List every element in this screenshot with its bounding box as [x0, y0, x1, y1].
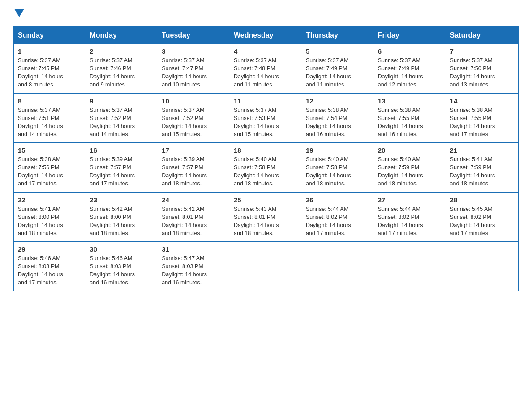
logo-triangle-icon — [14, 9, 24, 17]
calendar-cell — [230, 241, 302, 291]
calendar-cell: 31 Sunrise: 5:47 AMSunset: 8:03 PMDaylig… — [158, 241, 230, 291]
svg-marker-0 — [14, 9, 24, 17]
day-info: Sunrise: 5:44 AMSunset: 8:02 PMDaylight:… — [306, 206, 351, 236]
calendar-cell: 3 Sunrise: 5:37 AMSunset: 7:47 PMDayligh… — [158, 44, 230, 93]
day-info: Sunrise: 5:38 AMSunset: 7:55 PMDaylight:… — [378, 107, 423, 137]
day-info: Sunrise: 5:37 AMSunset: 7:52 PMDaylight:… — [90, 107, 135, 137]
calendar-week-row: 8 Sunrise: 5:37 AMSunset: 7:51 PMDayligh… — [14, 93, 518, 143]
day-number: 28 — [450, 196, 514, 204]
column-header-tuesday: Tuesday — [158, 26, 230, 44]
calendar-week-row: 22 Sunrise: 5:41 AMSunset: 8:00 PMDaylig… — [14, 192, 518, 242]
day-number: 29 — [18, 245, 82, 253]
calendar-cell: 1 Sunrise: 5:37 AMSunset: 7:45 PMDayligh… — [14, 44, 86, 93]
day-info: Sunrise: 5:37 AMSunset: 7:50 PMDaylight:… — [450, 57, 495, 88]
day-info: Sunrise: 5:37 AMSunset: 7:52 PMDaylight:… — [162, 107, 207, 137]
day-info: Sunrise: 5:37 AMSunset: 7:48 PMDaylight:… — [234, 57, 279, 88]
calendar-cell: 30 Sunrise: 5:46 AMSunset: 8:03 PMDaylig… — [86, 241, 158, 291]
day-number: 24 — [162, 196, 226, 204]
calendar-cell: 16 Sunrise: 5:39 AMSunset: 7:57 PMDaylig… — [86, 142, 158, 192]
calendar-cell: 18 Sunrise: 5:40 AMSunset: 7:58 PMDaylig… — [230, 142, 302, 192]
calendar-cell: 7 Sunrise: 5:37 AMSunset: 7:50 PMDayligh… — [446, 44, 518, 93]
day-number: 11 — [234, 97, 298, 105]
day-info: Sunrise: 5:46 AMSunset: 8:03 PMDaylight:… — [18, 255, 63, 286]
calendar-cell: 9 Sunrise: 5:37 AMSunset: 7:52 PMDayligh… — [86, 93, 158, 143]
day-info: Sunrise: 5:45 AMSunset: 8:02 PMDaylight:… — [450, 206, 495, 236]
day-info: Sunrise: 5:38 AMSunset: 7:56 PMDaylight:… — [18, 156, 63, 187]
day-number: 30 — [90, 245, 154, 253]
day-number: 16 — [90, 146, 154, 154]
day-info: Sunrise: 5:37 AMSunset: 7:46 PMDaylight:… — [90, 57, 135, 88]
day-info: Sunrise: 5:41 AMSunset: 8:00 PMDaylight:… — [18, 206, 63, 236]
calendar-cell: 20 Sunrise: 5:40 AMSunset: 7:59 PMDaylig… — [374, 142, 446, 192]
day-number: 27 — [378, 196, 442, 204]
day-number: 20 — [378, 146, 442, 154]
day-number: 25 — [234, 196, 298, 204]
calendar-week-row: 29 Sunrise: 5:46 AMSunset: 8:03 PMDaylig… — [14, 241, 518, 291]
day-number: 18 — [234, 146, 298, 154]
day-number: 4 — [234, 47, 298, 55]
day-number: 15 — [18, 146, 82, 154]
calendar-cell: 24 Sunrise: 5:42 AMSunset: 8:01 PMDaylig… — [158, 192, 230, 242]
day-info: Sunrise: 5:39 AMSunset: 7:57 PMDaylight:… — [162, 156, 207, 187]
calendar-cell: 28 Sunrise: 5:45 AMSunset: 8:02 PMDaylig… — [446, 192, 518, 242]
calendar-cell: 8 Sunrise: 5:37 AMSunset: 7:51 PMDayligh… — [14, 93, 86, 143]
day-info: Sunrise: 5:37 AMSunset: 7:51 PMDaylight:… — [18, 107, 63, 137]
calendar-cell: 4 Sunrise: 5:37 AMSunset: 7:48 PMDayligh… — [230, 44, 302, 93]
day-info: Sunrise: 5:46 AMSunset: 8:03 PMDaylight:… — [90, 255, 135, 286]
day-info: Sunrise: 5:44 AMSunset: 8:02 PMDaylight:… — [378, 206, 423, 236]
day-number: 23 — [90, 196, 154, 204]
column-header-sunday: Sunday — [14, 26, 86, 44]
calendar-cell: 13 Sunrise: 5:38 AMSunset: 7:55 PMDaylig… — [374, 93, 446, 143]
page-header — [13, 9, 519, 18]
day-number: 31 — [162, 245, 226, 253]
day-info: Sunrise: 5:38 AMSunset: 7:55 PMDaylight:… — [450, 107, 495, 137]
day-number: 17 — [162, 146, 226, 154]
calendar-cell: 25 Sunrise: 5:43 AMSunset: 8:01 PMDaylig… — [230, 192, 302, 242]
calendar-week-row: 15 Sunrise: 5:38 AMSunset: 7:56 PMDaylig… — [14, 142, 518, 192]
column-header-monday: Monday — [86, 26, 158, 44]
day-info: Sunrise: 5:39 AMSunset: 7:57 PMDaylight:… — [90, 156, 135, 187]
calendar-cell — [302, 241, 374, 291]
day-info: Sunrise: 5:43 AMSunset: 8:01 PMDaylight:… — [234, 206, 279, 236]
day-number: 5 — [306, 47, 370, 55]
day-number: 10 — [162, 97, 226, 105]
day-info: Sunrise: 5:37 AMSunset: 7:47 PMDaylight:… — [162, 57, 207, 88]
column-header-thursday: Thursday — [302, 26, 374, 44]
calendar-cell: 22 Sunrise: 5:41 AMSunset: 8:00 PMDaylig… — [14, 192, 86, 242]
day-info: Sunrise: 5:37 AMSunset: 7:45 PMDaylight:… — [18, 57, 63, 88]
day-info: Sunrise: 5:42 AMSunset: 8:01 PMDaylight:… — [162, 206, 207, 236]
calendar-cell: 5 Sunrise: 5:37 AMSunset: 7:49 PMDayligh… — [302, 44, 374, 93]
calendar-cell: 27 Sunrise: 5:44 AMSunset: 8:02 PMDaylig… — [374, 192, 446, 242]
day-number: 22 — [18, 196, 82, 204]
day-number: 9 — [90, 97, 154, 105]
day-number: 8 — [18, 97, 82, 105]
calendar-header-row: SundayMondayTuesdayWednesdayThursdayFrid… — [14, 26, 518, 44]
day-number: 21 — [450, 146, 514, 154]
day-info: Sunrise: 5:47 AMSunset: 8:03 PMDaylight:… — [162, 255, 207, 286]
calendar-cell: 19 Sunrise: 5:40 AMSunset: 7:58 PMDaylig… — [302, 142, 374, 192]
calendar-cell: 21 Sunrise: 5:41 AMSunset: 7:59 PMDaylig… — [446, 142, 518, 192]
day-info: Sunrise: 5:40 AMSunset: 7:58 PMDaylight:… — [306, 156, 351, 187]
calendar-cell — [374, 241, 446, 291]
column-header-friday: Friday — [374, 26, 446, 44]
day-info: Sunrise: 5:37 AMSunset: 7:49 PMDaylight:… — [306, 57, 351, 88]
day-number: 1 — [18, 47, 82, 55]
calendar-cell: 17 Sunrise: 5:39 AMSunset: 7:57 PMDaylig… — [158, 142, 230, 192]
calendar-table: SundayMondayTuesdayWednesdayThursdayFrid… — [13, 26, 519, 291]
calendar-cell: 23 Sunrise: 5:42 AMSunset: 8:00 PMDaylig… — [86, 192, 158, 242]
day-number: 7 — [450, 47, 514, 55]
day-number: 14 — [450, 97, 514, 105]
day-number: 19 — [306, 146, 370, 154]
day-info: Sunrise: 5:37 AMSunset: 7:49 PMDaylight:… — [378, 57, 423, 88]
day-number: 26 — [306, 196, 370, 204]
day-info: Sunrise: 5:37 AMSunset: 7:53 PMDaylight:… — [234, 107, 279, 137]
calendar-cell: 26 Sunrise: 5:44 AMSunset: 8:02 PMDaylig… — [302, 192, 374, 242]
calendar-cell: 11 Sunrise: 5:37 AMSunset: 7:53 PMDaylig… — [230, 93, 302, 143]
calendar-cell: 6 Sunrise: 5:37 AMSunset: 7:49 PMDayligh… — [374, 44, 446, 93]
calendar-cell: 2 Sunrise: 5:37 AMSunset: 7:46 PMDayligh… — [86, 44, 158, 93]
calendar-cell: 29 Sunrise: 5:46 AMSunset: 8:03 PMDaylig… — [14, 241, 86, 291]
calendar-cell: 15 Sunrise: 5:38 AMSunset: 7:56 PMDaylig… — [14, 142, 86, 192]
column-header-wednesday: Wednesday — [230, 26, 302, 44]
day-info: Sunrise: 5:38 AMSunset: 7:54 PMDaylight:… — [306, 107, 351, 137]
day-info: Sunrise: 5:42 AMSunset: 8:00 PMDaylight:… — [90, 206, 135, 236]
